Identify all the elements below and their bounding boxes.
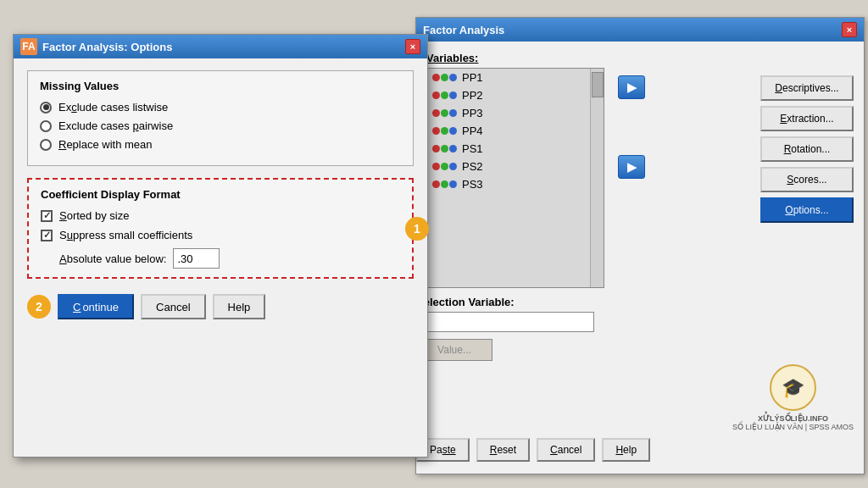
scores-button[interactable]: Scores... bbox=[760, 167, 854, 192]
logo-text-line1: XỬLÝSỐLIỆU.INFO bbox=[732, 414, 854, 423]
checkbox-sorted-size[interactable]: ✓ Sorted by size bbox=[41, 209, 400, 222]
main-content-area: Variables: PP1 PP2 bbox=[416, 42, 864, 474]
list-item[interactable]: PP4 bbox=[427, 122, 604, 140]
absolute-value-row: Absolute value below: bbox=[59, 248, 400, 269]
checkbox-suppress-small[interactable]: ✓ Suppress small coefficients bbox=[41, 229, 400, 241]
coefficient-display-section: Coefficient Display Format ✓ Sorted by s… bbox=[27, 178, 414, 279]
cancel-button-dialog[interactable]: Cancel bbox=[141, 294, 205, 319]
descriptives-button[interactable]: Descriptives... bbox=[760, 75, 854, 101]
list-item[interactable]: PP2 bbox=[427, 86, 604, 104]
list-item[interactable]: PS2 bbox=[427, 158, 604, 175]
cancel-button-main[interactable]: Cancel bbox=[537, 438, 595, 462]
var-icon-pp4 bbox=[432, 127, 457, 135]
radio-pairwise-button[interactable] bbox=[40, 120, 52, 132]
selection-variable-section: Selection Variable: Value... bbox=[416, 296, 594, 361]
selection-variable-input[interactable] bbox=[416, 312, 594, 332]
dialog-app-icon: FA bbox=[20, 38, 37, 55]
extraction-button[interactable]: Extraction... bbox=[760, 106, 854, 131]
scrollbar-thumb[interactable] bbox=[592, 72, 604, 97]
missing-values-section: Missing Values Exclude cases listwise Ex… bbox=[27, 70, 414, 166]
variables-label: Variables: bbox=[426, 52, 854, 64]
dialog-close-button[interactable]: × bbox=[405, 39, 420, 54]
missing-values-title: Missing Values bbox=[40, 80, 401, 92]
var-icon-pp3 bbox=[432, 109, 457, 117]
sorted-size-checkbox[interactable]: ✓ bbox=[41, 210, 53, 222]
rotation-button[interactable]: Rotation... bbox=[760, 136, 854, 162]
coefficient-display-title: Coefficient Display Format bbox=[41, 188, 400, 201]
absolute-value-label: Absolute value below: bbox=[59, 252, 166, 265]
variables-list[interactable]: PP1 PP2 PP3 bbox=[426, 68, 604, 288]
move-right-button-2[interactable]: ▶ bbox=[618, 155, 645, 179]
suppress-small-checkbox[interactable]: ✓ bbox=[41, 230, 53, 241]
var-icon-pp1 bbox=[432, 74, 457, 81]
main-factor-analysis-window: Factor Analysis × Variables: PP1 PP2 bbox=[415, 17, 865, 474]
var-icon-ps1 bbox=[432, 145, 457, 152]
radio-listwise[interactable]: Exclude cases listwise bbox=[40, 101, 401, 114]
logo-icon: 🎓 bbox=[770, 364, 816, 411]
radio-replace-button[interactable] bbox=[40, 139, 52, 151]
continue-button[interactable]: Continue bbox=[58, 294, 134, 319]
list-item[interactable]: PS3 bbox=[427, 175, 604, 193]
dialog-bottom-buttons: 2 Continue Cancel Help bbox=[27, 294, 414, 319]
main-titlebar: Factor Analysis × bbox=[416, 18, 864, 42]
coefficient-section-wrapper: Coefficient Display Format ✓ Sorted by s… bbox=[27, 178, 414, 279]
radio-replace-mean[interactable]: Replace with mean bbox=[40, 138, 401, 151]
main-window-title: Factor Analysis bbox=[423, 24, 504, 36]
side-buttons-group: Descriptives... Extraction... Rotation..… bbox=[760, 75, 854, 223]
logo-area: 🎓 XỬLÝSỐLIỆU.INFO SỐ LIỆU LUẬN VĂN | SPS… bbox=[732, 364, 854, 431]
var-icon-ps2 bbox=[432, 163, 457, 170]
reset-button[interactable]: Reset bbox=[476, 438, 530, 462]
move-right-button[interactable]: ▶ bbox=[618, 75, 645, 99]
badge-2: 2 bbox=[27, 295, 51, 319]
radio-pairwise[interactable]: Exclude cases pairwise bbox=[40, 119, 401, 132]
badge-1: 1 bbox=[405, 217, 429, 241]
options-dialog: FA Factor Analysis: Options × Missing Va… bbox=[13, 34, 428, 458]
var-icon-pp2 bbox=[432, 92, 457, 99]
logo-text-line2: SỐ LIỆU LUẬN VĂN | SPSS AMOS bbox=[732, 423, 854, 431]
list-item[interactable]: PS1 bbox=[427, 140, 604, 158]
list-item[interactable]: PP3 bbox=[427, 104, 604, 122]
list-item[interactable]: PP1 bbox=[427, 69, 604, 86]
dialog-title: Factor Analysis: Options bbox=[42, 41, 172, 53]
dialog-body: Missing Values Exclude cases listwise Ex… bbox=[14, 58, 427, 331]
main-bottom-buttons: Paste Reset Cancel Help bbox=[416, 438, 650, 462]
options-button[interactable]: Options... bbox=[760, 197, 854, 223]
main-close-button[interactable]: × bbox=[842, 22, 857, 37]
var-icon-ps3 bbox=[432, 180, 457, 188]
variables-scrollbar[interactable] bbox=[590, 69, 604, 287]
absolute-value-input[interactable] bbox=[173, 248, 220, 269]
help-button-dialog[interactable]: Help bbox=[213, 294, 266, 319]
dialog-titlebar: FA Factor Analysis: Options × bbox=[14, 35, 427, 58]
help-button-main[interactable]: Help bbox=[602, 438, 650, 462]
selection-variable-label: Selection Variable: bbox=[416, 296, 594, 308]
radio-listwise-button[interactable] bbox=[40, 102, 52, 114]
